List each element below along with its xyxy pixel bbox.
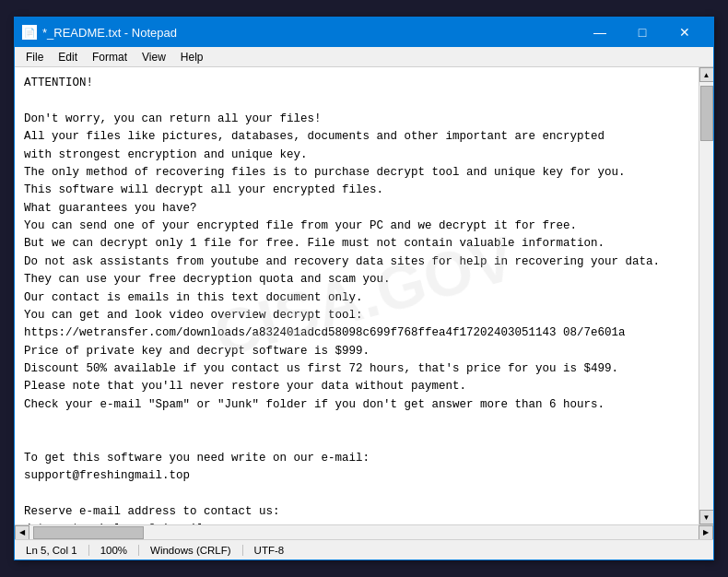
line-ending: Windows (CRLF) <box>139 545 243 556</box>
menu-format[interactable]: Format <box>85 49 135 65</box>
minimize-button[interactable]: — <box>579 18 621 47</box>
scroll-thumb-v[interactable] <box>700 86 713 141</box>
zoom-level: 100% <box>89 545 139 556</box>
window-controls: — □ ✕ <box>579 18 706 47</box>
notepad-window: 📄 *_README.txt - Notepad — □ ✕ File Edit… <box>14 17 714 560</box>
menu-bar: File Edit Format View Help <box>15 47 713 67</box>
menu-edit[interactable]: Edit <box>51 49 85 65</box>
cursor-position: Ln 5, Col 1 <box>22 545 89 556</box>
menu-view[interactable]: View <box>135 49 173 65</box>
menu-help[interactable]: Help <box>173 49 211 65</box>
encoding: UTF-8 <box>243 545 296 556</box>
text-editor[interactable] <box>15 67 699 524</box>
horizontal-scrollbar[interactable]: ◀ ▶ <box>15 524 713 539</box>
scroll-thumb-h[interactable] <box>33 526 144 539</box>
app-icon: 📄 <box>22 25 37 40</box>
scroll-track-v[interactable] <box>699 82 713 510</box>
scroll-right-button[interactable]: ▶ <box>699 525 713 540</box>
title-bar-left: 📄 *_README.txt - Notepad <box>22 25 177 40</box>
title-bar: 📄 *_README.txt - Notepad — □ ✕ <box>15 18 713 47</box>
scroll-up-button[interactable]: ▲ <box>699 67 714 82</box>
window-title: *_README.txt - Notepad <box>42 26 177 40</box>
content-wrapper: CISA.GOV ▲ ▼ <box>15 67 713 524</box>
menu-file[interactable]: File <box>18 49 51 65</box>
close-button[interactable]: ✕ <box>663 18 706 47</box>
scroll-left-button[interactable]: ◀ <box>15 525 29 540</box>
vertical-scrollbar[interactable]: ▲ ▼ <box>699 67 713 524</box>
scroll-track-h[interactable] <box>29 525 699 539</box>
status-bar: Ln 5, Col 1 100% Windows (CRLF) UTF-8 <box>15 539 713 559</box>
scroll-down-button[interactable]: ▼ <box>699 510 714 524</box>
maximize-button[interactable]: □ <box>621 18 663 47</box>
